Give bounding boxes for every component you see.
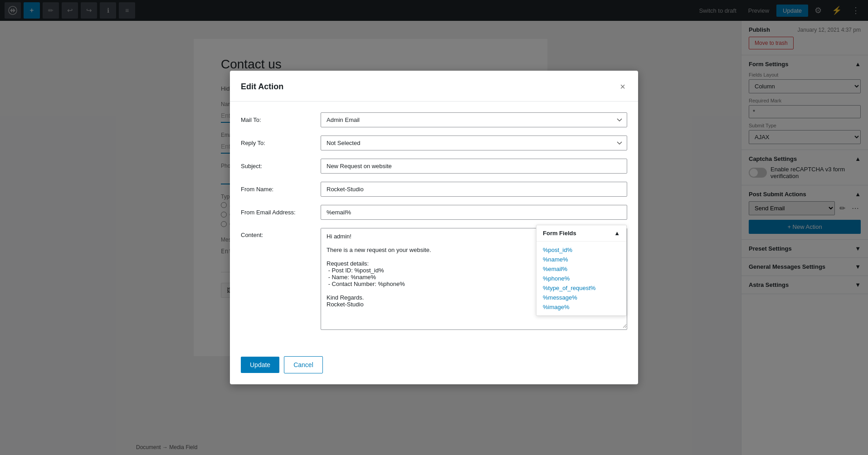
field-link-email[interactable]: %email% — [543, 264, 620, 274]
mail-to-label: Mail To: — [241, 116, 313, 123]
form-fields-dropdown: Form Fields ▲ %post_id% %name% %email% %… — [536, 225, 627, 316]
modal-header: Edit Action × — [230, 71, 638, 102]
field-link-phone[interactable]: %phone% — [543, 274, 620, 283]
mail-to-control: Admin Email Custom Email — [321, 112, 627, 127]
form-fields-collapse-icon: ▲ — [614, 230, 620, 237]
modal-overlay[interactable]: Edit Action × Mail To: Admin Email Custo… — [0, 0, 868, 455]
field-link-type[interactable]: %type_of_request% — [543, 283, 620, 293]
subject-label: Subject: — [241, 163, 313, 169]
subject-row: Subject: — [241, 159, 627, 174]
field-link-image[interactable]: %image% — [543, 302, 620, 312]
mail-to-row: Mail To: Admin Email Custom Email — [241, 112, 627, 127]
form-fields-header: Form Fields ▲ — [536, 225, 626, 242]
field-link-message[interactable]: %message% — [543, 293, 620, 302]
from-name-label: From Name: — [241, 186, 313, 193]
reply-to-row: Reply To: Not Selected %email% — [241, 136, 627, 150]
textarea-wrapper: Hi admin! There is a new request on your… — [321, 228, 627, 330]
from-email-control — [321, 205, 627, 220]
modal-footer: Update Cancel — [230, 349, 638, 384]
subject-input[interactable] — [321, 159, 627, 174]
modal-body: Mail To: Admin Email Custom Email Reply … — [230, 102, 638, 349]
reply-to-select[interactable]: Not Selected %email% — [321, 136, 627, 150]
from-email-label: From Email Address: — [241, 209, 313, 216]
form-fields-title: Form Fields — [543, 230, 576, 237]
from-name-control — [321, 182, 627, 197]
mail-to-select[interactable]: Admin Email Custom Email — [321, 112, 627, 127]
modal-cancel-button[interactable]: Cancel — [284, 356, 323, 373]
modal-update-button[interactable]: Update — [241, 357, 279, 373]
modal-close-button[interactable]: × — [618, 80, 627, 94]
content-row: Content: Hi admin! There is a new reques… — [241, 228, 627, 330]
reply-to-control: Not Selected %email% — [321, 136, 627, 150]
edit-action-modal: Edit Action × Mail To: Admin Email Custo… — [230, 71, 638, 384]
field-link-name[interactable]: %name% — [543, 255, 620, 264]
reply-to-label: Reply To: — [241, 140, 313, 146]
field-link-post-id[interactable]: %post_id% — [543, 245, 620, 255]
form-fields-list: %post_id% %name% %email% %phone% %type_o… — [536, 242, 626, 315]
from-name-row: From Name: — [241, 182, 627, 197]
from-email-row: From Email Address: — [241, 205, 627, 220]
from-name-input[interactable] — [321, 182, 627, 197]
modal-title: Edit Action — [241, 82, 283, 92]
subject-control — [321, 159, 627, 174]
content-label: Content: — [241, 228, 313, 238]
from-email-input[interactable] — [321, 205, 627, 220]
content-control: Hi admin! There is a new request on your… — [321, 228, 627, 330]
